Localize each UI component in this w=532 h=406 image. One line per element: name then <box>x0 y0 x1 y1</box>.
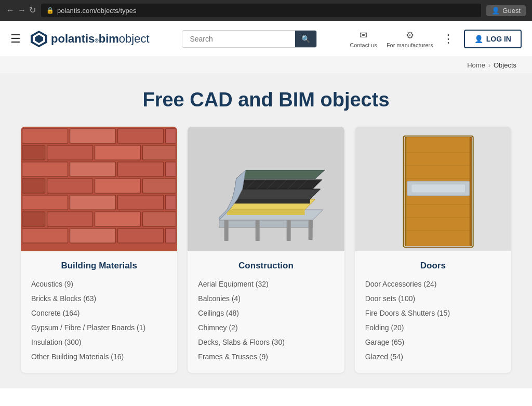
login-button[interactable]: 👤 LOG IN <box>464 30 522 48</box>
menu-toggle[interactable]: ☰ <box>10 32 21 46</box>
browser-nav-buttons: ← → ↻ <box>6 6 36 15</box>
breadcrumb-home[interactable]: Home <box>467 61 485 69</box>
building-materials-links: Acoustics (9) Bricks & Blocks (63) Concr… <box>31 279 167 361</box>
email-icon: ✉ <box>360 30 367 41</box>
forward-button[interactable]: → <box>18 6 26 15</box>
door-accessories-link[interactable]: Door Accessories (24) <box>365 280 437 288</box>
svg-rect-7 <box>166 129 176 143</box>
insulation-link[interactable]: Insulation (300) <box>31 338 82 346</box>
breadcrumb-current: Objects <box>494 61 516 69</box>
site-header: ☰ polantis® bimobject 🔍 ✉ Contact us ⚙ <box>0 21 532 57</box>
list-item: Ceilings (48) <box>198 308 334 318</box>
fire-doors-link[interactable]: Fire Doors & Shutters (15) <box>365 309 450 317</box>
folding-link[interactable]: Folding (20) <box>365 323 404 332</box>
frames-link[interactable]: Frames & Trusses (9) <box>198 353 268 361</box>
user-icon: 👤 <box>491 7 500 15</box>
door-sets-link[interactable]: Door sets (100) <box>365 294 415 303</box>
cards-grid: Building Materials Acoustics (9) Bricks … <box>21 127 511 373</box>
address-bar[interactable]: 🔒 polantis.com/objects/types <box>41 4 481 17</box>
list-item: Bricks & Blocks (63) <box>31 294 167 303</box>
ceilings-link[interactable]: Ceilings (48) <box>198 309 239 317</box>
logo[interactable]: polantis® bimobject <box>29 29 150 49</box>
balconies-link[interactable]: Balconies (4) <box>198 294 241 303</box>
search-icon: 🔍 <box>301 35 310 43</box>
header-left: ☰ polantis® bimobject <box>10 29 150 49</box>
list-item: Aerial Equipment (32) <box>198 279 334 289</box>
svg-rect-16 <box>22 179 45 193</box>
svg-rect-38 <box>232 199 310 204</box>
card-doors: Doors Door Accessories (24) Door sets (1… <box>355 127 511 373</box>
svg-rect-6 <box>118 129 164 143</box>
contact-us-button[interactable]: ✉ Contact us <box>350 30 377 48</box>
svg-rect-48 <box>224 220 229 241</box>
browser-chrome: ← → ↻ 🔒 polantis.com/objects/types 👤 Gue… <box>0 0 532 21</box>
glazed-link[interactable]: Glazed (54) <box>365 353 403 361</box>
search-bar[interactable]: 🔍 <box>182 30 317 48</box>
for-manufacturers-button[interactable]: ⚙ For manufacturers <box>387 30 433 48</box>
building-materials-title: Building Materials <box>31 261 167 271</box>
svg-rect-15 <box>166 162 176 177</box>
list-item: Chimney (2) <box>198 323 334 332</box>
svg-rect-19 <box>143 179 176 193</box>
logo-icon <box>29 29 49 49</box>
svg-rect-5 <box>70 129 116 143</box>
svg-rect-29 <box>70 228 116 243</box>
manufacturers-label: For manufacturers <box>387 42 433 48</box>
list-item: Other Building Materials (16) <box>31 352 167 361</box>
svg-rect-20 <box>22 195 68 210</box>
list-item: Insulation (300) <box>31 337 167 347</box>
svg-rect-61 <box>469 137 472 246</box>
svg-rect-31 <box>166 228 176 243</box>
svg-rect-8 <box>22 145 45 160</box>
search-button[interactable]: 🔍 <box>295 31 316 47</box>
url-text: polantis.com/objects/types <box>57 7 136 15</box>
list-item: Folding (20) <box>365 323 501 332</box>
svg-marker-46 <box>236 170 325 179</box>
svg-rect-36 <box>227 210 305 215</box>
list-item: Acoustics (9) <box>31 279 167 289</box>
svg-rect-51 <box>309 220 313 240</box>
logo-object: object <box>119 32 150 46</box>
svg-rect-34 <box>219 220 313 227</box>
list-item: Fire Doors & Shutters (15) <box>365 308 501 318</box>
svg-rect-63 <box>411 184 465 193</box>
search-input[interactable] <box>182 31 295 47</box>
bricks-link[interactable]: Bricks & Blocks (63) <box>31 294 96 303</box>
svg-rect-25 <box>47 212 93 226</box>
concrete-link[interactable]: Concrete (164) <box>31 309 79 317</box>
gypsum-link[interactable]: Gypsum / Fibre / Plaster Boards (1) <box>31 323 145 332</box>
decks-link[interactable]: Decks, Slabs & Floors (30) <box>198 338 285 346</box>
construction-title: Construction <box>198 261 334 271</box>
back-button[interactable]: ← <box>6 6 15 15</box>
building-materials-body: Building Materials Acoustics (9) Bricks … <box>21 251 177 373</box>
svg-rect-26 <box>95 212 141 226</box>
list-item: Glazed (54) <box>365 352 501 361</box>
more-options-button[interactable]: ⋮ <box>443 32 455 46</box>
construction-image-svg <box>188 127 344 251</box>
svg-rect-10 <box>95 145 141 160</box>
chimney-link[interactable]: Chimney (2) <box>198 323 237 332</box>
logo-polantis: polantis <box>51 32 95 46</box>
doors-links: Door Accessories (24) Door sets (100) Fi… <box>365 279 501 361</box>
acoustics-link[interactable]: Acoustics (9) <box>31 280 73 288</box>
svg-rect-27 <box>143 212 176 226</box>
user-button[interactable]: 👤 Guest <box>486 5 526 16</box>
header-right: ✉ Contact us ⚙ For manufacturers ⋮ 👤 LOG… <box>350 30 522 48</box>
card-construction: Construction Aerial Equipment (32) Balco… <box>188 127 344 373</box>
login-label: LOG IN <box>486 35 511 43</box>
user-label: Guest <box>502 7 521 15</box>
garage-link[interactable]: Garage (65) <box>365 338 404 346</box>
breadcrumb: Home › Objects <box>0 57 532 73</box>
svg-rect-18 <box>95 179 141 193</box>
reload-button[interactable]: ↻ <box>29 6 36 15</box>
lock-icon: 🔒 <box>46 7 54 14</box>
construction-links: Aerial Equipment (32) Balconies (4) Ceil… <box>198 279 334 361</box>
other-building-link[interactable]: Other Building Materials (16) <box>31 353 124 361</box>
svg-rect-22 <box>118 195 164 210</box>
list-item: Decks, Slabs & Floors (30) <box>198 337 334 347</box>
page-title: Free CAD and BIM objects <box>21 89 511 111</box>
list-item: Frames & Trusses (9) <box>198 352 334 361</box>
svg-rect-12 <box>22 162 68 177</box>
aerial-link[interactable]: Aerial Equipment (32) <box>198 280 268 288</box>
list-item: Garage (65) <box>365 337 501 347</box>
